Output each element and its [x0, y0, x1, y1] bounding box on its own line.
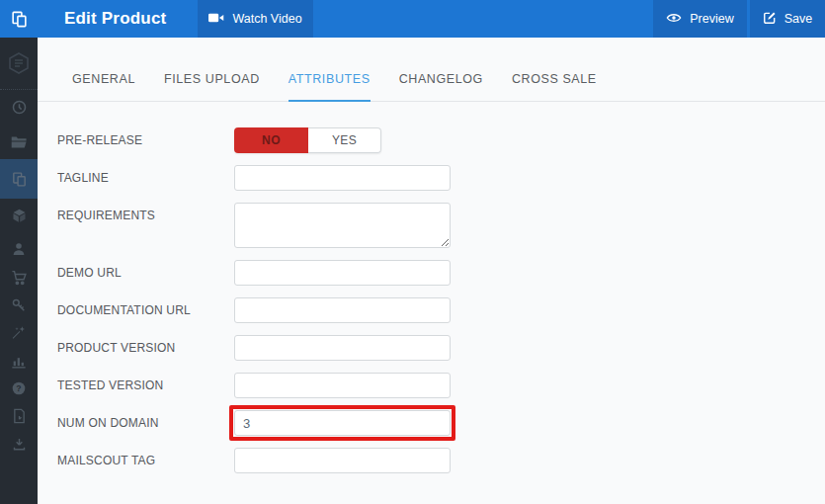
sidebar-item-downloads[interactable]	[0, 430, 38, 458]
num-on-domain-label: NUM ON DOMAIN	[57, 416, 234, 430]
key-icon	[11, 297, 27, 313]
field-row-tested-version: TESTED VERSION	[57, 373, 825, 398]
edit-save-icon	[763, 11, 777, 28]
pre-release-yes-button[interactable]: YES	[308, 127, 381, 153]
watch-video-button[interactable]: Watch Video	[198, 0, 313, 38]
folder-icon	[11, 134, 28, 149]
sidebar-item-products[interactable]	[0, 159, 38, 199]
tab-cross-sale[interactable]: CROSS SALE	[512, 72, 597, 102]
tagline-input[interactable]	[234, 165, 451, 191]
field-row-documentation-url: DOCUMENTATION URL	[57, 297, 825, 323]
header-pages-icon[interactable]	[0, 0, 38, 38]
field-row-pre-release: PRE-RELEASE NO YES	[57, 127, 825, 153]
tab-files-upload[interactable]: FILES UPLOAD	[164, 72, 260, 102]
sidebar-item-customers[interactable]	[0, 233, 38, 264]
document-export-icon	[12, 408, 27, 424]
tested-version-label: TESTED VERSION	[57, 378, 234, 392]
sidebar-item-licenses[interactable]	[0, 292, 38, 319]
field-row-demo-url: DEMO URL	[57, 260, 825, 286]
requirements-label: REQUIREMENTS	[57, 203, 234, 222]
sidebar-item-history[interactable]	[0, 90, 38, 125]
mailscout-tag-input[interactable]	[234, 448, 451, 473]
tested-version-input[interactable]	[234, 373, 451, 398]
sidebar-item-files[interactable]	[0, 125, 38, 159]
documentation-url-label: DOCUMENTATION URL	[57, 303, 234, 317]
svg-text:?: ?	[16, 383, 21, 393]
bar-chart-icon	[11, 354, 27, 369]
header: Edit Product Watch Video Preview	[0, 0, 825, 38]
product-version-label: PRODUCT VERSION	[57, 341, 234, 355]
pages-icon	[11, 171, 28, 188]
user-icon	[11, 241, 27, 257]
field-row-product-version: PRODUCT VERSION	[57, 335, 825, 361]
field-row-requirements: REQUIREMENTS	[57, 203, 825, 248]
save-button[interactable]: Save	[747, 0, 825, 38]
video-camera-icon	[208, 12, 224, 27]
help-circle-icon: ?	[11, 380, 27, 396]
page-title: Edit Product	[38, 0, 166, 38]
pre-release-no-button[interactable]: NO	[234, 127, 308, 153]
cart-icon	[11, 270, 28, 286]
package-cube-icon	[11, 208, 28, 224]
sidebar-item-packages[interactable]	[0, 199, 38, 233]
clock-icon	[11, 99, 28, 116]
attributes-form: PRE-RELEASE NO YES TAGLINE REQUIREMENTS …	[38, 102, 825, 473]
red-highlight-annotation	[229, 405, 455, 441]
requirements-textarea[interactable]	[234, 203, 451, 248]
tab-general[interactable]: GENERAL	[72, 72, 135, 102]
demo-url-label: DEMO URL	[57, 266, 234, 280]
sidebar-item-invoices[interactable]	[0, 402, 38, 430]
main-content: GENERAL FILES UPLOAD ATTRIBUTES CHANGELO…	[38, 38, 825, 504]
sidebar: ?	[0, 38, 38, 504]
tagline-label: TAGLINE	[57, 171, 234, 185]
tab-bar: GENERAL FILES UPLOAD ATTRIBUTES CHANGELO…	[38, 38, 825, 102]
pre-release-toggle: NO YES	[234, 127, 381, 153]
sidebar-item-orders[interactable]	[0, 264, 38, 292]
preview-button[interactable]: Preview	[653, 0, 747, 38]
sidebar-item-help[interactable]: ?	[0, 375, 38, 402]
num-on-domain-input[interactable]	[234, 410, 451, 436]
eye-icon	[666, 12, 682, 27]
magic-wand-icon	[11, 325, 27, 341]
documentation-url-input[interactable]	[234, 297, 451, 323]
sidebar-item-tools[interactable]	[0, 319, 38, 347]
field-row-mailscout-tag: MAILSCOUT TAG	[57, 448, 825, 473]
sidebar-item-reports[interactable]	[0, 347, 38, 375]
product-version-input[interactable]	[234, 335, 451, 361]
tab-attributes[interactable]: ATTRIBUTES	[289, 72, 371, 102]
mailscout-tag-label: MAILSCOUT TAG	[57, 454, 234, 467]
tab-changelog[interactable]: CHANGELOG	[399, 72, 483, 102]
app-logo-icon[interactable]	[0, 38, 38, 90]
demo-url-input[interactable]	[234, 260, 451, 286]
field-row-tagline: TAGLINE	[57, 165, 825, 191]
pre-release-label: PRE-RELEASE	[57, 133, 234, 147]
field-row-num-on-domain: NUM ON DOMAIN	[57, 410, 825, 436]
download-icon	[12, 437, 27, 452]
